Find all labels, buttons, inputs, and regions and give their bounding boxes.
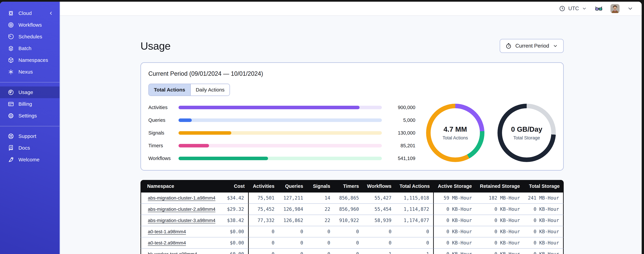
timers-cell: 910,922 <box>334 215 363 226</box>
bar-row: Activities 900,000 <box>148 105 415 110</box>
total-storage-caption: Total Storage <box>513 136 540 140</box>
bar-value: 541,109 <box>389 156 415 161</box>
namespace-usage-table: NamespaceCostActivitiesQueriesSignalsTim… <box>140 180 564 254</box>
column-header: Timers <box>334 180 363 192</box>
stopwatch-icon <box>505 42 512 49</box>
total-actions-value: 4.7 MM <box>444 125 467 133</box>
namespaces-icon <box>8 57 14 64</box>
page-title: Usage <box>140 40 171 52</box>
table-row: a0-test-2.a98mm4 $0.00 0 0 0 0 0 0 0 KB-… <box>140 238 564 249</box>
signals-cell: 14 <box>307 192 334 204</box>
signals-cell: 0 <box>307 249 334 254</box>
sidebar-item-label: Namespaces <box>18 57 48 63</box>
active-storage-cell: 0 KB-Hour <box>434 238 476 249</box>
sidebar-item-label: Docs <box>18 145 30 151</box>
period-select-button[interactable]: Current Period <box>500 39 564 53</box>
avatar[interactable] <box>610 4 620 13</box>
welcome-icon <box>8 156 14 163</box>
sidebar-item-label: Schedules <box>18 34 42 40</box>
sidebar-item-batch[interactable]: Batch <box>0 42 60 54</box>
queries-cell: 0 <box>278 226 307 238</box>
column-header: Cost <box>220 180 249 192</box>
retained-storage-cell: 0 KB-Hour <box>476 238 524 249</box>
namespace-cell: abs-migration-cluster-2.a98mm4 <box>140 204 220 215</box>
chevron-down-icon <box>627 5 634 12</box>
sidebar-item-workflows[interactable]: Workflows <box>0 19 60 31</box>
bar-track <box>178 118 382 122</box>
queries-cell: 127,211 <box>278 192 307 204</box>
sidebar-item-docs[interactable]: Docs <box>0 142 60 154</box>
retained-storage-cell: 182 MB-Hour <box>476 192 524 204</box>
sidebar-item-billing[interactable]: Billing <box>0 98 60 110</box>
bar-track <box>178 157 382 160</box>
sidebar-item-welcome[interactable]: Welcome <box>0 154 60 166</box>
account-menu-button[interactable] <box>627 5 634 12</box>
table-row: a0-test-1.a98mm4 $0.00 0 0 0 0 0 0 0 KB-… <box>140 226 564 238</box>
sidebar-item-settings[interactable]: Settings <box>0 110 60 122</box>
queries-cell: 0 <box>278 238 307 249</box>
bar-row: Signals 130,000 <box>148 130 415 136</box>
total-storage-cell: 0 KB-Hour <box>524 204 564 215</box>
clock-icon <box>559 5 566 12</box>
active-storage-cell: 0 KB-Hour <box>434 215 476 226</box>
bar-value: 900,000 <box>389 105 415 110</box>
column-header: Active Storage <box>434 180 476 192</box>
total-actions-donut: 4.7 MM Total Actions <box>426 104 484 162</box>
namespace-link[interactable]: a0-test-1.a98mm4 <box>148 229 186 234</box>
sidebar-item-nexus[interactable]: Nexus <box>0 66 60 78</box>
chevron-down-icon <box>582 6 587 11</box>
timers-cell: 0 <box>334 238 363 249</box>
total-storage-cell: 241 MB-Hour <box>524 192 564 204</box>
sidebar-item-usage[interactable]: Usage <box>0 86 60 98</box>
bar-label: Signals <box>148 130 178 136</box>
collapse-sidebar-icon[interactable] <box>48 10 54 17</box>
sidebar-divider <box>0 126 60 126</box>
sidebar-item-label: Usage <box>18 90 33 95</box>
namespace-link[interactable]: abs-migration-cluster-2.a98mm4 <box>148 206 216 212</box>
workflows-cell: 55,427 <box>363 192 396 204</box>
sidebar-item-cloud[interactable]: Cloud <box>0 7 60 19</box>
namespace-link[interactable]: abs-migration-cluster-1.a98mm4 <box>148 195 216 200</box>
timezone-selector[interactable]: UTC <box>559 5 587 12</box>
column-header: Total Storage <box>524 180 564 192</box>
timers-cell: 0 <box>334 249 363 254</box>
card-title: Current Period (09/01/2024 — 10/01/2024) <box>148 70 556 77</box>
retained-storage-cell: 0 KB-Hour <box>476 204 524 215</box>
sidebar-divider <box>0 82 60 82</box>
active-storage-cell: 0 KB-Hour <box>434 249 476 254</box>
total-storage-cell: 0 KB-Hour <box>524 226 564 238</box>
bar-label: Workflows <box>148 156 178 161</box>
sidebar-item-schedules[interactable]: Schedules <box>0 31 60 42</box>
sidebar-item-label: Billing <box>18 101 32 107</box>
queries-cell: 126,862 <box>278 215 307 226</box>
sidebar-item-label: Welcome <box>18 157 40 162</box>
current-period-card: Current Period (09/01/2024 — 10/01/2024)… <box>140 62 564 170</box>
content: Usage Current Period Current Period (09/… <box>60 16 642 254</box>
workflows-cell: 55,454 <box>363 204 396 215</box>
timers-cell: 856,865 <box>334 192 363 204</box>
activities-cell: 75,501 <box>249 192 278 204</box>
namespace-cell: a0-test-2.a98mm4 <box>140 238 220 249</box>
namespace-link[interactable]: abs-migration-cluster-3.a98mm4 <box>148 218 216 223</box>
sidebar-item-namespaces[interactable]: Namespaces <box>0 54 60 66</box>
tab-total-actions[interactable]: Total Actions <box>149 84 190 96</box>
cost-cell: $38.42 <box>220 215 249 226</box>
namespace-link[interactable]: bk-worker-test.a98mm4 <box>148 252 197 254</box>
actions-bar-chart: Activities 900,000 Queries 5,000 Signals… <box>148 105 415 161</box>
table-header-row: NamespaceCostActivitiesQueriesSignalsTim… <box>140 180 564 192</box>
namespace-link[interactable]: a0-test-2.a98mm4 <box>148 240 186 246</box>
column-header: Workflows <box>363 180 396 192</box>
table-row: abs-migration-cluster-3.a98mm4 $38.42 77… <box>140 215 564 226</box>
total-actions-caption: Total Actions <box>442 136 468 140</box>
active-storage-cell: 0 KB-Hour <box>434 204 476 215</box>
tab-daily-actions[interactable]: Daily Actions <box>190 84 230 96</box>
sidebar-item-support[interactable]: Support <box>0 130 60 142</box>
feedback-glasses-button[interactable] <box>594 4 603 13</box>
total-actions-cell: 1,174,077 <box>396 215 434 226</box>
sidebar-item-label: Support <box>18 133 36 139</box>
billing-icon <box>8 100 14 108</box>
sidebar-item-label: Batch <box>18 46 32 51</box>
active-storage-cell: 0 KB-Hour <box>434 226 476 238</box>
sidebar-item-label: Nexus <box>18 69 33 75</box>
namespace-cell: abs-migration-cluster-3.a98mm4 <box>140 215 220 226</box>
